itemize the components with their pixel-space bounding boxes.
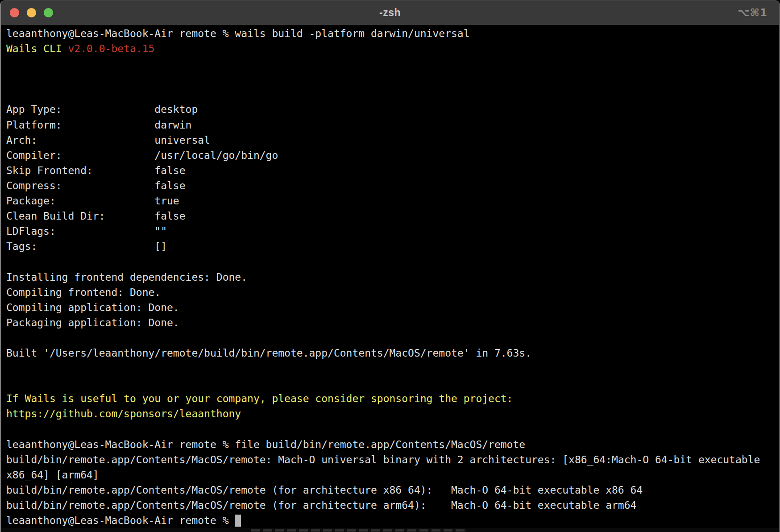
terminal-line: leaanthony@Leas-MacBook-Air remote %	[6, 513, 774, 528]
terminal-line	[6, 254, 774, 269]
terminal-text-segment: App Type: desktop	[6, 104, 198, 115]
terminal-text-segment: Platform: darwin	[6, 119, 191, 131]
terminal-line: App Type: desktop	[6, 102, 774, 117]
terminal-line: Arch: universal	[6, 133, 774, 148]
terminal-text-segment: If Wails is useful to you or your compan…	[6, 393, 513, 404]
terminal-line: LDFlags: ""	[6, 224, 774, 239]
terminal-line: Platform: darwin	[6, 117, 774, 133]
terminal-line	[6, 87, 774, 102]
terminal-line	[6, 376, 774, 391]
window-title: -zsh	[1, 0, 779, 25]
traffic-lights	[10, 0, 53, 25]
background-window-remnant	[1, 528, 779, 532]
terminal-line: Clean Build Dir: false	[6, 208, 774, 224]
terminal-text-segment: leaanthony@Leas-MacBook-Air remote % wai…	[6, 28, 470, 39]
terminal-line: Built '/Users/leaanthony/remote/build/bi…	[6, 345, 774, 361]
terminal-line: Compiler: /usr/local/go/bin/go	[6, 148, 774, 163]
terminal-text-segment: Package: true	[6, 195, 179, 207]
terminal-text-segment: x86_64] [arm64]	[6, 469, 99, 481]
terminal-text-segment: Skip Frontend: false	[6, 165, 186, 176]
titlebar[interactable]: -zsh ⌥⌘1	[1, 0, 779, 25]
terminal-text-segment: Built '/Users/leaanthony/remote/build/bi…	[6, 347, 531, 359]
terminal-text-segment: build/bin/remote.app/Contents/MacOS/remo…	[6, 484, 643, 496]
terminal-text-segment: leaanthony@Leas-MacBook-Air remote % fil…	[6, 439, 525, 450]
terminal-line: leaanthony@Leas-MacBook-Air remote % fil…	[6, 437, 774, 452]
terminal-line: build/bin/remote.app/Contents/MacOS/remo…	[6, 482, 774, 498]
terminal-line	[6, 330, 774, 345]
terminal-line: Tags: []	[6, 239, 774, 254]
terminal-text-segment: Compiling application: Done.	[6, 302, 179, 313]
terminal-line: If Wails is useful to you or your compan…	[6, 391, 774, 406]
terminal-line: Skip Frontend: false	[6, 163, 774, 178]
terminal-text-segment: Arch: universal	[6, 134, 210, 146]
terminal-line: build/bin/remote.app/Contents/MacOS/remo…	[6, 498, 774, 513]
terminal-text-segment: Wails CLI	[6, 43, 68, 54]
terminal-text-segment: Clean Build Dir: false	[6, 210, 186, 222]
terminal-line: build/bin/remote.app/Contents/MacOS/remo…	[6, 452, 774, 467]
terminal-text-segment: leaanthony@Leas-MacBook-Air remote %	[6, 515, 235, 526]
text-cursor	[235, 515, 241, 527]
terminal-text-segment: Compiling frontend: Done.	[6, 287, 161, 298]
terminal-line: Compiling frontend: Done.	[6, 285, 774, 300]
terminal-line	[6, 71, 774, 87]
terminal-line	[6, 421, 774, 436]
terminal-line: leaanthony@Leas-MacBook-Air remote % wai…	[6, 26, 774, 41]
terminal-text-segment: Tags: []	[6, 241, 167, 252]
close-button[interactable]	[10, 8, 19, 17]
terminal-text-segment: Compress: false	[6, 180, 186, 191]
terminal-line: x86_64] [arm64]	[6, 467, 774, 482]
terminal-line	[6, 361, 774, 376]
terminal-text-segment: https://github.com/sponsors/leaanthony	[6, 408, 241, 420]
terminal-text-segment: v2.0.0-beta.15	[68, 43, 154, 54]
terminal-text-segment: LDFlags: ""	[6, 225, 167, 237]
tab-shortcut-label: ⌥⌘1	[738, 0, 768, 25]
terminal-line: Package: true	[6, 193, 774, 208]
terminal-text-segment: build/bin/remote.app/Contents/MacOS/remo…	[6, 499, 636, 511]
terminal-line: Packaging application: Done.	[6, 315, 774, 330]
terminal-line: Compiling application: Done.	[6, 300, 774, 315]
terminal-line: Compress: false	[6, 178, 774, 193]
terminal-text-segment: Packaging application: Done.	[6, 317, 179, 328]
terminal-line: Installing frontend dependencies: Done.	[6, 270, 774, 285]
terminal-output[interactable]: leaanthony@Leas-MacBook-Air remote % wai…	[1, 25, 779, 528]
terminal-text-segment: Installing frontend dependencies: Done.	[6, 271, 247, 283]
minimize-button[interactable]	[27, 8, 36, 17]
terminal-text-segment: build/bin/remote.app/Contents/MacOS/remo…	[6, 454, 760, 466]
terminal-line: Wails CLI v2.0.0-beta.15	[6, 41, 774, 56]
terminal-line	[6, 56, 774, 71]
terminal-line: https://github.com/sponsors/leaanthony	[6, 406, 774, 421]
terminal-window: -zsh ⌥⌘1 leaanthony@Leas-MacBook-Air rem…	[0, 0, 780, 532]
terminal-text-segment: Compiler: /usr/local/go/bin/go	[6, 150, 278, 161]
zoom-button[interactable]	[44, 8, 53, 17]
